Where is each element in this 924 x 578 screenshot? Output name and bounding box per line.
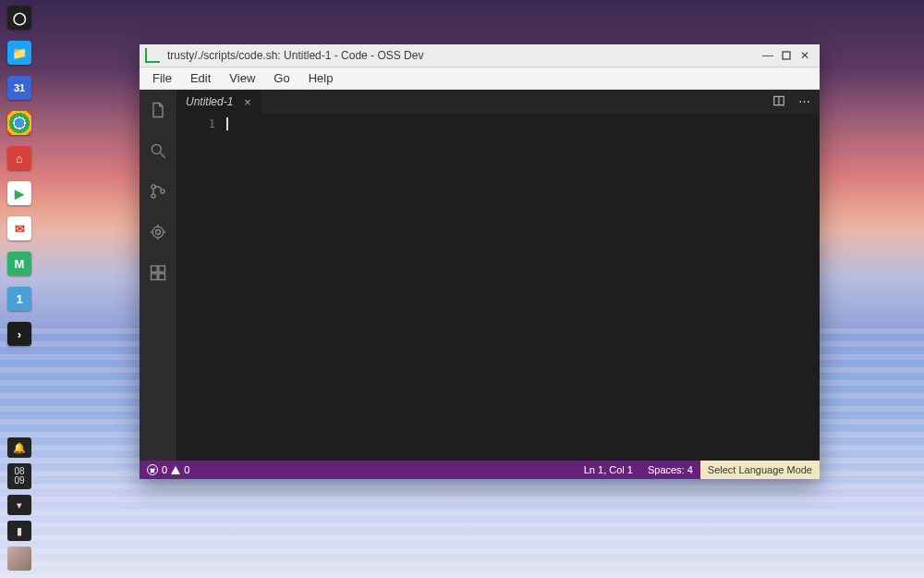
menu-edit[interactable]: Edit	[183, 69, 218, 87]
extensions-icon[interactable]	[147, 262, 169, 284]
svg-point-1	[152, 144, 161, 154]
svg-point-3	[152, 185, 155, 189]
error-count: 0	[162, 464, 167, 475]
error-icon	[147, 464, 158, 475]
source-control-icon[interactable]	[147, 180, 169, 203]
tray-date[interactable]: 0809	[7, 463, 31, 489]
svg-point-6	[152, 227, 164, 238]
line-gutter: 1	[176, 114, 226, 461]
notifications-icon[interactable]: 🔔	[7, 437, 31, 458]
dock-app-red-icon[interactable]: ⌂	[7, 146, 31, 170]
minimize-button[interactable]: —	[759, 46, 777, 65]
maximize-button[interactable]	[777, 46, 796, 65]
launcher-dock: ◯ 📁 31 ⌂ ▶ ✉ M 1 ›	[6, 6, 33, 346]
dock-launcher-icon[interactable]: ◯	[7, 6, 31, 30]
status-cursor-position[interactable]: Ln 1, Col 1	[577, 464, 640, 475]
dock-app-m-icon[interactable]: M	[7, 252, 31, 276]
status-problems[interactable]: 0 0	[140, 464, 197, 475]
code-area[interactable]: 1	[176, 114, 820, 461]
system-tray: 🔔 0809 ▾ ▮	[6, 437, 33, 571]
dock-calendar-icon[interactable]: 31	[7, 76, 31, 100]
dock-chrome-icon[interactable]	[7, 111, 31, 135]
status-language-mode[interactable]: Select Language Mode	[700, 461, 820, 479]
battery-icon[interactable]: ▮	[7, 521, 31, 541]
dock-play-store-icon[interactable]: ▶	[7, 181, 31, 205]
close-button[interactable]: ✕	[796, 46, 814, 65]
menu-help[interactable]: Help	[301, 69, 341, 87]
status-indent[interactable]: Spaces: 4	[640, 464, 700, 475]
svg-rect-0	[783, 52, 790, 59]
window-titlebar[interactable]: trusty/./scripts/code.sh: Untitled-1 - C…	[140, 44, 820, 68]
menu-view[interactable]: View	[222, 69, 262, 87]
menu-file[interactable]: File	[145, 69, 179, 87]
svg-line-2	[161, 154, 165, 158]
svg-point-11	[156, 230, 161, 235]
warning-icon	[171, 466, 180, 474]
dock-app-one-icon[interactable]: 1	[7, 287, 31, 311]
menu-go[interactable]: Go	[266, 69, 297, 87]
svg-rect-15	[159, 274, 165, 280]
tab-label: Untitled-1	[186, 95, 233, 108]
tab-untitled-1[interactable]: Untitled-1 ×	[176, 90, 261, 114]
svg-rect-13	[159, 266, 165, 273]
menu-bar: File Edit View Go Help	[140, 68, 820, 90]
dock-terminal-icon[interactable]: ›	[7, 322, 31, 346]
svg-rect-12	[152, 266, 158, 273]
app-icon	[145, 48, 160, 63]
tab-bar: Untitled-1 × ⋯	[176, 90, 820, 114]
svg-point-5	[161, 190, 164, 193]
split-editor-icon[interactable]	[772, 94, 785, 110]
search-icon[interactable]	[147, 140, 169, 162]
explorer-icon[interactable]	[147, 99, 169, 121]
warning-count: 0	[184, 464, 189, 475]
debug-icon[interactable]	[147, 221, 169, 243]
editor-main: Untitled-1 × ⋯ 1	[176, 90, 820, 461]
editor-area: Untitled-1 × ⋯ 1	[140, 90, 820, 461]
text-cursor	[226, 117, 228, 130]
desktop: ◯ 📁 31 ⌂ ▶ ✉ M 1 › 🔔 0809 ▾ ▮ trusty/./s…	[0, 0, 924, 578]
status-bar: 0 0 Ln 1, Col 1 Spaces: 4 Select Languag…	[140, 461, 820, 479]
svg-rect-14	[152, 274, 158, 280]
wifi-icon[interactable]: ▾	[7, 495, 31, 515]
user-avatar[interactable]	[7, 547, 31, 571]
dock-files-icon[interactable]: 📁	[7, 41, 31, 65]
window-title: trusty/./scripts/code.sh: Untitled-1 - C…	[167, 49, 759, 62]
activity-bar	[140, 90, 176, 461]
dock-gmail-icon[interactable]: ✉	[7, 216, 31, 240]
more-actions-icon[interactable]: ⋯	[798, 94, 810, 110]
tab-actions: ⋯	[772, 94, 820, 110]
svg-point-4	[152, 194, 155, 198]
code-window: trusty/./scripts/code.sh: Untitled-1 - C…	[140, 44, 820, 479]
code-text[interactable]	[226, 114, 820, 461]
close-tab-icon[interactable]: ×	[244, 95, 251, 109]
